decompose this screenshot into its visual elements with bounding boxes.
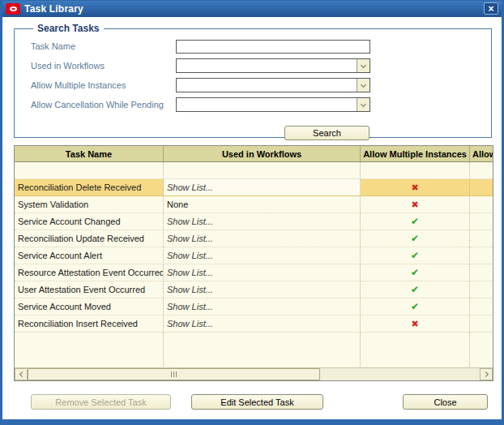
check-icon: ✔ <box>411 251 419 260</box>
table-row[interactable]: Reconciliation Insert ReceivedShow List.… <box>15 316 493 333</box>
check-icon: ✔ <box>411 285 419 294</box>
chevron-glyph <box>361 101 366 106</box>
task-library-window: Task Library × Search Tasks Task Name Us… <box>0 0 504 425</box>
cross-icon: ✖ <box>411 183 418 192</box>
allow-cancellation-value <box>177 98 357 111</box>
dialog-content: Search Tasks Task Name Used in Workflows… <box>2 17 502 419</box>
cross-icon: ✖ <box>411 320 418 328</box>
task-name-cell[interactable]: Reconciliation Insert Received <box>15 316 164 333</box>
workflows-cell: None <box>164 196 361 213</box>
table-row[interactable]: User Attestation Event OccurredShow List… <box>15 281 493 298</box>
allow-cancellation-select[interactable] <box>176 97 370 112</box>
filler-cell <box>15 333 164 368</box>
chevron-right-glyph <box>482 371 488 377</box>
task-table: Task Name Used in Workflows Allow Multip… <box>14 145 493 381</box>
scrollbar-thumb[interactable] <box>28 368 320 380</box>
column-header-used-in-workflows[interactable]: Used in Workflows <box>164 146 361 161</box>
show-list-link[interactable]: Show List... <box>164 298 361 316</box>
multiple-instances-cell: ✔ <box>361 247 470 264</box>
table-row[interactable]: Resource Attestation Event OccurredShow … <box>15 264 493 281</box>
task-name-input[interactable] <box>176 40 370 54</box>
oracle-ring <box>10 6 17 11</box>
allow-multiple-instances-value <box>177 79 357 92</box>
chevron-down-icon[interactable] <box>357 98 369 111</box>
used-in-workflows-value <box>177 59 357 72</box>
cancellation-cell <box>470 281 493 298</box>
table-filler <box>15 333 493 368</box>
column-header-allow-multiple-instances[interactable]: Allow Multiple Instances <box>361 146 470 161</box>
used-in-workflows-label: Used in Workflows <box>31 61 176 71</box>
table-row[interactable]: Service Account MovedShow List...✔ <box>15 298 493 316</box>
task-name-cell[interactable]: Service Account Moved <box>15 298 164 316</box>
column-header-task-name[interactable]: Task Name <box>15 146 164 161</box>
show-list-link[interactable]: Show List... <box>164 281 361 298</box>
table-row[interactable] <box>15 162 493 179</box>
filler-cell <box>470 333 493 368</box>
task-name-cell[interactable]: System Validation <box>15 196 164 213</box>
multiple-instances-cell <box>361 162 470 179</box>
table-row[interactable]: Reconciliation Delete ReceivedShow List.… <box>15 179 493 196</box>
task-name-cell[interactable]: Resource Attestation Event Occurred <box>15 264 164 281</box>
table-row[interactable]: Reconciliation Update ReceivedShow List.… <box>15 230 493 247</box>
table-header: Task Name Used in Workflows Allow Multip… <box>15 146 493 162</box>
allow-cancellation-label: Allow Cancellation While Pending <box>31 100 176 109</box>
edit-selected-task-button[interactable]: Edit Selected Task <box>191 394 323 410</box>
filler-cell <box>361 333 470 368</box>
horizontal-scrollbar[interactable] <box>15 367 493 380</box>
cross-icon: ✖ <box>411 200 418 209</box>
table-row[interactable]: System ValidationNone✖ <box>15 196 493 213</box>
show-list-link[interactable]: Show List... <box>164 230 361 247</box>
table-row[interactable]: Service Account ChangedShow List...✔ <box>15 213 493 230</box>
search-button[interactable]: Search <box>284 126 369 140</box>
scrollbar-grip-icon <box>171 371 177 377</box>
cancellation-cell <box>470 247 493 264</box>
oracle-logo-icon <box>6 3 20 15</box>
show-list-link[interactable]: Show List... <box>164 316 361 333</box>
chevron-down-icon[interactable] <box>357 79 369 92</box>
chevron-glyph <box>361 62 366 67</box>
cancellation-cell <box>470 196 493 213</box>
title-bar: Task Library × <box>2 1 502 17</box>
close-button[interactable]: Close <box>403 394 488 410</box>
allow-multiple-instances-label: Allow Multiple Instances <box>31 80 176 90</box>
task-name-label: Task Name <box>31 41 176 51</box>
cancellation-cell <box>470 230 493 247</box>
filler-cell <box>164 333 361 368</box>
multiple-instances-cell: ✖ <box>361 316 470 333</box>
show-list-link[interactable]: Show List... <box>164 247 361 264</box>
column-header-allow-cancellation[interactable]: Allow Cancellation While Pending <box>470 146 493 161</box>
task-name-cell[interactable]: Service Account Changed <box>15 213 164 230</box>
search-actions: Search <box>31 125 491 140</box>
task-name-cell[interactable] <box>15 162 164 179</box>
task-name-cell[interactable]: Reconciliation Delete Received <box>15 179 164 196</box>
cancellation-cell <box>470 162 493 179</box>
multiple-instances-cell: ✔ <box>361 213 470 230</box>
show-list-link[interactable]: Show List... <box>164 264 361 281</box>
check-icon: ✔ <box>411 234 419 243</box>
multiple-instances-cell: ✔ <box>361 281 470 298</box>
show-list-link[interactable]: Show List... <box>164 213 361 230</box>
search-tasks-fieldset: Search Tasks Task Name Used in Workflows… <box>14 23 492 138</box>
multiple-instances-cell: ✔ <box>361 230 470 247</box>
used-in-workflows-select[interactable] <box>176 58 370 73</box>
cancellation-cell <box>470 264 493 281</box>
task-name-row: Task Name <box>31 36 491 56</box>
cancellation-cell <box>470 213 493 230</box>
multiple-instances-cell: ✔ <box>361 264 470 281</box>
task-name-cell[interactable]: Service Account Alert <box>15 247 164 264</box>
search-tasks-legend: Search Tasks <box>33 23 104 34</box>
check-icon: ✔ <box>411 302 419 311</box>
task-name-cell[interactable]: User Attestation Event Occurred <box>15 281 164 298</box>
allow-multiple-instances-select[interactable] <box>176 78 370 92</box>
table-row[interactable]: Service Account AlertShow List...✔ <box>15 247 493 264</box>
show-list-link[interactable]: Show List... <box>164 179 361 196</box>
chevron-down-icon[interactable] <box>357 59 369 72</box>
scroll-left-icon[interactable] <box>15 368 28 380</box>
window-close-icon[interactable]: × <box>484 2 498 15</box>
scrollbar-track[interactable] <box>28 368 480 380</box>
remove-selected-task-button[interactable]: Remove Selected Task <box>31 394 171 410</box>
cancellation-cell <box>470 179 493 196</box>
scroll-right-icon[interactable] <box>480 368 493 380</box>
task-name-cell[interactable]: Reconciliation Update Received <box>15 230 164 247</box>
chevron-left-glyph <box>19 371 24 377</box>
